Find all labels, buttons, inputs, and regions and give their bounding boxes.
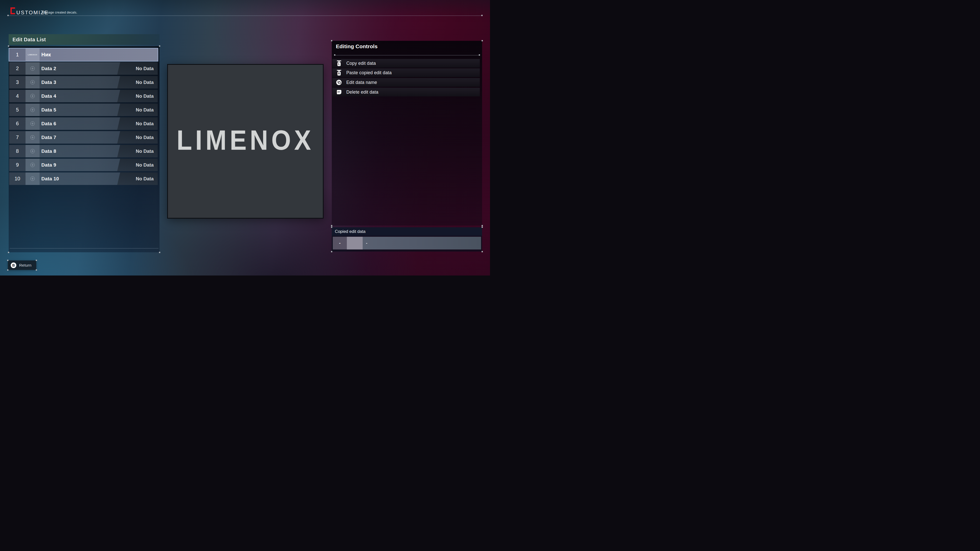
- edit-data-row[interactable]: 7 Data 7 No Data: [9, 131, 158, 144]
- svg-text:RT: RT: [337, 91, 340, 93]
- decal-preview-text: LIMENOX: [177, 124, 314, 156]
- add-icon: [30, 176, 35, 181]
- slot-name: -: [366, 237, 367, 249]
- focus-corner-marker: [482, 40, 483, 41]
- focus-corner-marker: [159, 252, 160, 253]
- add-icon: [30, 94, 35, 98]
- edit-data-row[interactable]: 8 Data 8 No Data: [9, 145, 158, 157]
- row-name: Ник: [41, 48, 51, 61]
- focus-corner-marker: [331, 227, 332, 228]
- return-label: Return: [19, 263, 32, 268]
- focus-corner-marker: [482, 251, 483, 252]
- row-name: Data 3: [41, 76, 56, 89]
- edit-data-row[interactable]: 2 Data 2 No Data: [9, 62, 158, 75]
- thumbnail-slot: [25, 172, 40, 185]
- edit-data-row[interactable]: 10 Data 10 No Data: [9, 172, 158, 185]
- row-number: 6: [9, 118, 25, 130]
- menu-item-label: Copy edit data: [346, 61, 376, 66]
- delete-edit-data-button[interactable]: RT Delete edit data: [332, 88, 480, 97]
- edit-data-row[interactable]: 6 Data 6 No Data: [9, 118, 158, 130]
- edit-data-list-panel: 1 LIMENOX Ник 2 Data 2 No Data 3 Data 3 …: [9, 46, 159, 252]
- row-status: No Data: [136, 62, 154, 75]
- slot-number: -: [333, 237, 347, 249]
- rename-icon: [336, 79, 342, 85]
- decal-preview-canvas: LIMENOX: [167, 64, 324, 219]
- focus-corner-marker: [7, 269, 8, 271]
- header-separator: [8, 16, 482, 16]
- row-number: 2: [9, 62, 25, 75]
- thumbnail-slot: [25, 62, 40, 75]
- row-number: 4: [9, 90, 25, 102]
- decal-thumbnail-text: LIMENOX: [28, 54, 38, 56]
- add-icon: [30, 149, 35, 153]
- copied-edit-data-panel: Copied edit data - -: [332, 227, 482, 251]
- focus-corner-marker: [331, 251, 332, 252]
- add-icon: [30, 80, 35, 84]
- edit-data-row[interactable]: 4 Data 4 No Data: [9, 90, 158, 102]
- customize-screen: USTOMIZE Manage created decals. Edit Dat…: [0, 0, 490, 275]
- svg-text:L: L: [338, 63, 340, 65]
- b-button-icon: B: [11, 262, 16, 268]
- row-status: No Data: [136, 159, 154, 171]
- thumbnail-slot: [25, 159, 40, 171]
- row-name: Data 7: [41, 131, 56, 144]
- separator-end-marker: [481, 15, 483, 16]
- copied-panel-title: Copied edit data: [332, 227, 482, 236]
- thumbnail-slot: [25, 103, 40, 116]
- row-status: No Data: [136, 90, 154, 102]
- row-status: No Data: [136, 172, 154, 185]
- focus-corner-marker: [482, 225, 483, 226]
- copy-edit-data-button[interactable]: L Copy edit data: [332, 59, 480, 68]
- logo-c-glyph: [11, 7, 15, 14]
- add-icon: [30, 121, 35, 126]
- focus-corner-marker: [36, 269, 37, 271]
- separator-end-marker: [7, 15, 9, 16]
- thumbnail-slot: [25, 145, 40, 157]
- focus-corner-marker: [36, 260, 37, 261]
- add-icon: [30, 108, 35, 112]
- edit-data-list-header: Edit Data List: [9, 34, 159, 45]
- row-number: 3: [9, 76, 25, 89]
- paste-copied-edit-data-button[interactable]: R Paste copied edit data: [332, 68, 480, 77]
- row-name: Data 5: [41, 103, 56, 116]
- row-number: 8: [9, 145, 25, 157]
- row-status: No Data: [136, 118, 154, 130]
- row-status: No Data: [136, 76, 154, 89]
- thumbnail-slot: [25, 118, 40, 130]
- editing-controls-title: Editing Controls: [336, 43, 377, 49]
- edit-data-row-selected[interactable]: 1 LIMENOX Ник: [9, 48, 158, 61]
- row-number: 1: [9, 48, 25, 61]
- editing-controls-panel: Editing Controls L Copy edit data R: [332, 41, 482, 225]
- decal-thumbnail: LIMENOX: [25, 48, 40, 61]
- focus-corner-marker: [482, 227, 483, 228]
- focus-corner-marker: [8, 252, 9, 253]
- row-name: Data 9: [41, 159, 56, 171]
- slot-thumbnail: [347, 237, 363, 249]
- focus-corner-marker: [8, 45, 9, 47]
- rt-button-icon: RT: [336, 89, 342, 95]
- copied-data-slot: - -: [333, 237, 481, 249]
- row-status: No Data: [136, 103, 154, 116]
- edit-data-row[interactable]: 5 Data 5 No Data: [9, 103, 158, 116]
- row-status: No Data: [136, 145, 154, 157]
- edit-data-row[interactable]: 9 Data 9 No Data: [9, 159, 158, 171]
- row-number: 9: [9, 159, 25, 171]
- row-name: Data 6: [41, 118, 56, 130]
- row-number: 10: [9, 172, 25, 185]
- add-icon: [30, 163, 35, 167]
- return-button[interactable]: B Return: [8, 260, 36, 270]
- row-name: Data 8: [41, 145, 56, 157]
- edit-data-row[interactable]: 3 Data 3 No Data: [9, 76, 158, 89]
- controls-separator: [335, 55, 479, 56]
- edit-data-name-button[interactable]: Edit data name: [332, 78, 480, 87]
- row-name: Data 4: [41, 90, 56, 102]
- focus-corner-marker: [159, 45, 160, 47]
- svg-text:R: R: [338, 72, 340, 75]
- focus-corner-marker: [331, 40, 332, 41]
- thumbnail-slot: [25, 76, 40, 89]
- edit-data-list-title: Edit Data List: [13, 37, 46, 43]
- thumbnail-slot: [25, 90, 40, 102]
- row-status: No Data: [136, 131, 154, 144]
- focus-corner-marker: [7, 260, 8, 261]
- add-icon: [30, 135, 35, 140]
